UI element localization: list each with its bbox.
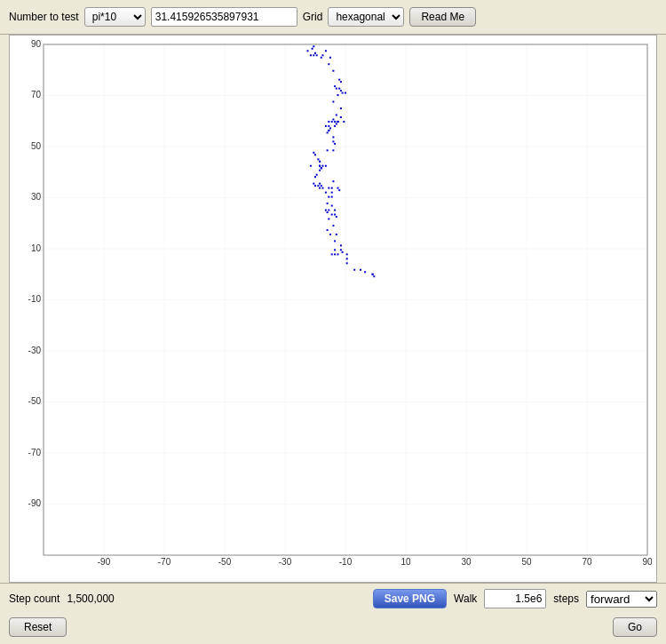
walk-steps-input[interactable]	[484, 589, 546, 608]
app-window: Number to test pipi*10pi*100ee*10sqrt(2)…	[0, 0, 666, 644]
footer-bar: Reset Go	[0, 614, 666, 644]
number-select[interactable]: pipi*10pi*100ee*10sqrt(2)custom	[84, 7, 146, 27]
go-button[interactable]: Go	[613, 617, 657, 637]
toolbar: Number to test pipi*10pi*100ee*10sqrt(2)…	[0, 0, 666, 35]
save-png-button[interactable]: Save PNG	[373, 589, 447, 608]
direction-select[interactable]: forwardbackward	[586, 591, 657, 608]
steps-label: steps	[553, 592, 579, 605]
step-count-value: 1,500,000	[67, 592, 114, 605]
grid-label: Grid	[303, 11, 323, 23]
bottom-bar: Step count 1,500,000 Save PNG Walk steps…	[0, 583, 666, 614]
read-me-button[interactable]: Read Me	[409, 7, 476, 27]
canvas-container	[9, 35, 657, 583]
step-count-label: Step count	[9, 592, 59, 605]
reset-button[interactable]: Reset	[9, 617, 67, 637]
walk-label: Walk	[454, 592, 477, 605]
number-display[interactable]: 31.415926535897931	[151, 7, 297, 27]
number-to-test-label: Number to test	[9, 11, 79, 23]
visualization-canvas	[10, 36, 656, 582]
grid-select[interactable]: squaretriangularhexagonal	[328, 7, 404, 27]
